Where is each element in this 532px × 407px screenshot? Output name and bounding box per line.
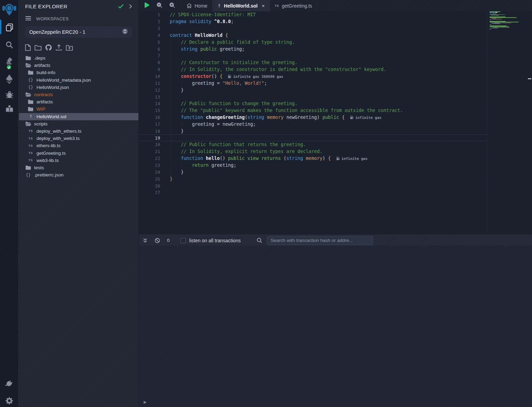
code-text: return greeting; xyxy=(170,163,237,168)
zoom-out-icon[interactable] xyxy=(156,2,163,10)
code-line-19[interactable]: 19 xyxy=(139,134,487,141)
tree-item-.deps[interactable]: .deps xyxy=(19,54,138,62)
code-line-9[interactable]: 9 // In Solidity, the constructor is def… xyxy=(139,66,487,73)
line-number: 7 xyxy=(139,53,170,58)
code-line-2[interactable]: 2pragma solidity ^0.8.0; xyxy=(139,18,487,25)
code-line-10[interactable]: 10 constructor() {infinite gas 368600 ga… xyxy=(139,73,487,80)
indent-guide xyxy=(171,80,171,87)
indent-guide xyxy=(171,100,171,107)
workspaces-menu-icon[interactable] xyxy=(25,16,31,22)
zoom-in-icon[interactable] xyxy=(169,2,175,10)
code-editor[interactable]: 1// SPDX-License-Identifier: MIT2pragma … xyxy=(139,11,532,235)
code-line-15[interactable]: 15 // The "public" keyword makes the fun… xyxy=(139,107,487,114)
code-line-4[interactable]: 4contract HelloWorld { xyxy=(139,32,487,39)
ts-icon: TS xyxy=(27,137,34,140)
terminal-expand-icon[interactable] xyxy=(143,238,148,243)
line-number: 21 xyxy=(139,149,170,154)
code-line-22[interactable]: 22 function hello() public view returns … xyxy=(139,155,487,162)
learneth-icon[interactable] xyxy=(0,104,19,113)
tree-item-deploy_with_web3.ts[interactable]: TSdeploy_with_web3.ts xyxy=(19,135,138,142)
folder-open-icon xyxy=(25,63,32,68)
plugin-manager-icon[interactable] xyxy=(0,379,19,388)
braces-icon: {} xyxy=(27,85,34,90)
indent-guide xyxy=(182,121,182,128)
tree-item-HelloWorld.json[interactable]: {}HelloWorld.json xyxy=(19,84,138,91)
tab-label: HelloWorld.sol xyxy=(224,3,258,9)
code-line-24[interactable]: 24 } xyxy=(139,169,487,175)
tree-item-HelloWorld_metadata.json[interactable]: {}HelloWorld_metadata.json xyxy=(19,77,138,84)
code-line-27[interactable]: 27 xyxy=(139,189,487,196)
tree-item-web3-lib.ts[interactable]: TSweb3-lib.ts xyxy=(19,157,138,164)
tab-label: Home xyxy=(195,3,207,9)
code-line-26[interactable]: 26 xyxy=(139,182,487,189)
code-line-16[interactable]: 16 function changeGreeting(string memory… xyxy=(139,114,487,121)
terminal-content[interactable]: > xyxy=(139,246,532,407)
tab-HelloWorld.sol[interactable]: HelloWorld.sol× xyxy=(212,0,270,11)
tree-item-scripts[interactable]: scripts xyxy=(19,120,138,128)
search-icon[interactable] xyxy=(0,40,19,49)
solidity-compiler-icon[interactable] xyxy=(0,56,19,69)
indent-guide xyxy=(171,45,171,52)
run-script-icon[interactable] xyxy=(144,2,150,10)
tree-item-deploy_with_ethers.ts[interactable]: TSdeploy_with_ethers.ts xyxy=(19,128,138,135)
code-line-17[interactable]: 17 greeting = newGreeting; xyxy=(139,121,487,128)
code-line-23[interactable]: 23 return greeting; xyxy=(139,162,487,169)
settings-gear-icon[interactable] xyxy=(0,396,19,405)
code-text: greeting = newGreeting; xyxy=(170,122,256,127)
indent-guide xyxy=(171,93,171,100)
code-line-1[interactable]: 1// SPDX-License-Identifier: MIT xyxy=(139,11,487,18)
tree-item-build-info[interactable]: build-info xyxy=(19,69,138,76)
code-line-5[interactable]: 5 // Declare a public field of type stri… xyxy=(139,39,487,45)
accept-check-icon[interactable] xyxy=(118,4,124,9)
clear-console-icon[interactable] xyxy=(155,238,160,243)
code-line-6[interactable]: 6 string public greeting; xyxy=(139,45,487,52)
tree-item-.prettierrc.json[interactable]: {}.prettierrc.json xyxy=(19,171,138,179)
new-folder-icon[interactable] xyxy=(34,44,42,51)
tree-item-ethers-lib.ts[interactable]: TSethers-lib.ts xyxy=(19,142,138,149)
code-line-3[interactable]: 3 xyxy=(139,25,487,32)
tree-item-artifacts[interactable]: artifacts xyxy=(19,62,138,69)
remix-logo[interactable] xyxy=(0,1,19,17)
editor-tabbar: HomeHelloWorld.sol×TSgetGreeting.ts xyxy=(139,0,532,11)
tree-item-label: .deps xyxy=(34,55,45,61)
code-text: // Public function to change the greetin… xyxy=(170,101,298,106)
editor-scrollbar-thumb[interactable] xyxy=(528,78,531,79)
collapse-panel-chevron-icon[interactable] xyxy=(129,4,132,9)
tree-item-getGreeting.ts[interactable]: TSgetGreeting.ts xyxy=(19,149,138,156)
workspace-select[interactable]: OpenZeppelin ERC20 - 1 xyxy=(25,26,132,38)
file-explorer-icon[interactable] xyxy=(0,23,19,32)
code-line-12[interactable]: 12 } xyxy=(139,87,487,93)
tree-item-HelloWorld.sol[interactable]: HelloWorld.sol xyxy=(19,113,138,120)
new-file-icon[interactable] xyxy=(25,44,31,51)
code-line-8[interactable]: 8 // Constructor to initialize the greet… xyxy=(139,59,487,66)
code-line-14[interactable]: 14 // Public function to change the gree… xyxy=(139,100,487,107)
deploy-run-icon[interactable] xyxy=(0,74,19,85)
upload-folder-icon[interactable] xyxy=(66,44,73,51)
indent-guide xyxy=(171,59,171,66)
tree-item-label: artifacts xyxy=(36,99,53,104)
minimap[interactable] xyxy=(490,11,528,32)
clone-github-icon[interactable] xyxy=(45,44,52,51)
tree-item-WIP[interactable]: WIP xyxy=(19,105,138,113)
code-line-13[interactable]: 13 xyxy=(139,93,487,100)
upload-file-icon[interactable] xyxy=(55,44,62,51)
code-line-18[interactable]: 18 } xyxy=(139,128,487,134)
solidity-icon xyxy=(27,114,34,119)
close-tab-icon[interactable]: × xyxy=(262,3,265,9)
tab-Home[interactable]: Home xyxy=(181,0,212,11)
code-text: string public greeting; xyxy=(170,47,245,52)
listen-transactions-checkbox[interactable] xyxy=(180,238,186,243)
tree-item-contracts[interactable]: contracts xyxy=(19,91,138,98)
transaction-search-input[interactable] xyxy=(267,236,373,245)
ts-icon: TS xyxy=(275,4,279,8)
code-line-21[interactable]: 21 // In Solidity, explicit return types… xyxy=(139,148,487,155)
code-line-20[interactable]: 20 // Public function that returns the g… xyxy=(139,141,487,148)
file-explorer-actions xyxy=(19,38,138,54)
code-line-7[interactable]: 7 xyxy=(139,52,487,59)
debugger-icon[interactable] xyxy=(0,90,19,99)
tree-item-artifacts[interactable]: artifacts xyxy=(19,98,138,105)
tab-getGreeting.ts[interactable]: TSgetGreeting.ts xyxy=(270,0,317,11)
tree-item-tests[interactable]: tests xyxy=(19,164,138,171)
code-line-25[interactable]: 25} xyxy=(139,175,487,182)
code-line-11[interactable]: 11 greeting = "Hello, World!"; xyxy=(139,80,487,87)
